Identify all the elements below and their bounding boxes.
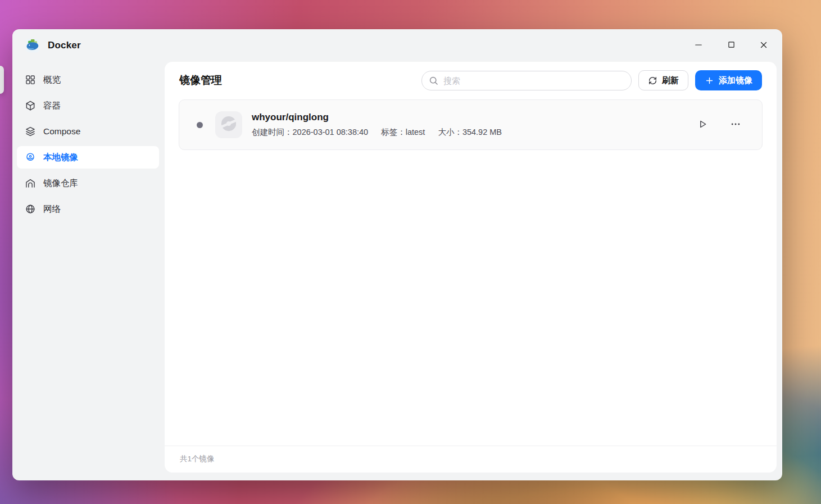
- image-tag: 标签：latest: [381, 128, 425, 137]
- minimize-button[interactable]: [686, 34, 711, 57]
- window-body: 概览 容器 Compose: [12, 62, 782, 480]
- image-info: whyour/qinglong 创建时间：2026-03-01 08:38:40…: [252, 112, 512, 138]
- globe-network-icon: [25, 203, 36, 215]
- image-created: 创建时间：2026-03-01 08:38:40: [252, 128, 368, 137]
- image-size: 大小：354.92 MB: [438, 128, 502, 137]
- maximize-icon: [727, 40, 736, 51]
- close-button[interactable]: [751, 34, 777, 57]
- search-input[interactable]: [421, 71, 632, 90]
- sidebar-item-label: Compose: [43, 126, 80, 137]
- more-actions-button[interactable]: [725, 114, 746, 135]
- sidebar-item-label: 网络: [43, 203, 61, 215]
- window-title: Docker: [48, 40, 81, 51]
- image-name: whyour/qinglong: [252, 112, 512, 123]
- refresh-button[interactable]: 刷新: [638, 70, 688, 90]
- panel-footer: 共1个镜像: [165, 446, 777, 473]
- search-icon: [428, 75, 439, 86]
- image-thumbnail: [215, 111, 242, 138]
- sidebar-item-local-images[interactable]: 本地镜像: [17, 146, 159, 169]
- docker-app-window: Docker: [12, 29, 782, 480]
- main-panel: 镜像管理: [165, 62, 777, 473]
- title-bar: Docker: [12, 29, 782, 62]
- sidebar-item-label: 概览: [43, 74, 61, 86]
- image-meta: 创建时间：2026-03-01 08:38:40 标签：latest 大小：35…: [252, 127, 512, 138]
- maximize-button[interactable]: [718, 34, 744, 57]
- add-image-label: 添加镜像: [719, 75, 752, 86]
- disc-local-images-icon: [25, 152, 36, 163]
- image-row[interactable]: whyour/qinglong 创建时间：2026-03-01 08:38:40…: [179, 99, 763, 150]
- sidebar-item-label: 镜像仓库: [43, 178, 78, 189]
- sidebar-item-network[interactable]: 网络: [17, 198, 159, 220]
- ellipsis-icon: [730, 119, 741, 131]
- search-box: [421, 71, 632, 90]
- image-list: whyour/qinglong 创建时间：2026-03-01 08:38:40…: [165, 99, 777, 446]
- docker-logo-icon: [25, 38, 40, 53]
- status-dot: [197, 122, 203, 128]
- window-controls: [679, 29, 777, 62]
- panel-header: 镜像管理: [165, 62, 777, 99]
- sidebar-item-label: 容器: [43, 100, 61, 112]
- desktop-wallpaper: Docker: [0, 0, 821, 504]
- image-actions: [692, 114, 746, 135]
- run-image-button[interactable]: [692, 114, 713, 135]
- refresh-icon: [648, 76, 657, 85]
- sidebar-item-overview[interactable]: 概览: [17, 69, 159, 91]
- close-icon: [759, 40, 769, 52]
- sidebar-item-label: 本地镜像: [43, 152, 78, 164]
- play-icon: [697, 119, 708, 131]
- add-image-button[interactable]: 添加镜像: [695, 70, 762, 90]
- grid-overview-icon: [25, 74, 36, 85]
- cube-container-icon: [25, 100, 36, 111]
- sidebar-item-containers[interactable]: 容器: [17, 94, 159, 117]
- minimize-icon: [693, 40, 704, 52]
- layers-compose-icon: [25, 126, 36, 137]
- sidebar-item-registry[interactable]: 镜像仓库: [17, 172, 159, 194]
- refresh-label: 刷新: [662, 75, 679, 86]
- image-count-text: 共1个镜像: [180, 455, 215, 463]
- disc-thumbnail-icon: [217, 112, 241, 138]
- page-title: 镜像管理: [179, 73, 222, 88]
- sidebar-item-compose[interactable]: Compose: [17, 120, 159, 143]
- sidebar: 概览 容器 Compose: [12, 62, 165, 480]
- warehouse-registry-icon: [25, 178, 36, 189]
- edge-window-peek: [0, 66, 4, 94]
- plus-icon: [705, 76, 714, 85]
